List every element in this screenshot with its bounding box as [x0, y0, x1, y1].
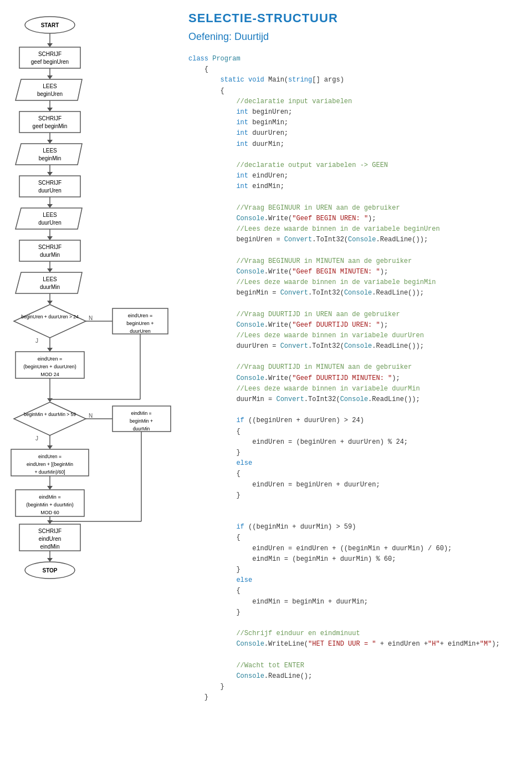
- svg-marker-8: [47, 75, 53, 79]
- svg-text:SCHRIJF: SCHRIJF: [38, 180, 62, 186]
- svg-rect-34: [19, 240, 80, 261]
- svg-text:START: START: [41, 22, 59, 28]
- svg-text:eindUren + [(beginMin: eindUren + [(beginMin: [27, 461, 73, 467]
- svg-marker-44: [14, 305, 86, 338]
- svg-marker-71: [47, 445, 53, 449]
- svg-text:beginUren: beginUren: [37, 91, 63, 97]
- svg-text:MOD 24: MOD 24: [40, 372, 59, 377]
- svg-text:eindUren =: eindUren =: [128, 313, 152, 318]
- svg-text:duurMin: duurMin: [133, 426, 150, 432]
- svg-text:geef beginMin: geef beginMin: [33, 123, 68, 129]
- svg-text:beginMin +: beginMin +: [130, 418, 153, 424]
- svg-marker-95: [47, 558, 53, 562]
- svg-marker-64: [14, 402, 86, 435]
- svg-text:SCHRIJF: SCHRIJF: [38, 115, 62, 121]
- page-title: SELECTIE-STRUCTUUR: [188, 11, 521, 26]
- svg-marker-33: [47, 236, 53, 240]
- svg-text:LEES: LEES: [43, 83, 57, 89]
- svg-marker-3: [47, 43, 53, 47]
- svg-text:SCHRIJF: SCHRIJF: [38, 244, 62, 250]
- svg-text:beginUren +: beginUren +: [126, 321, 154, 326]
- svg-text:SCHRIJF: SCHRIJF: [38, 528, 62, 534]
- svg-marker-23: [47, 172, 53, 176]
- svg-marker-39: [16, 272, 82, 293]
- svg-marker-81: [47, 486, 53, 490]
- svg-marker-9: [16, 79, 82, 100]
- svg-text:duurMin: duurMin: [40, 284, 60, 290]
- svg-text:STOP: STOP: [42, 567, 57, 574]
- svg-text:eindMin: eindMin: [40, 544, 59, 550]
- svg-rect-4: [19, 47, 80, 68]
- svg-marker-13: [47, 108, 53, 111]
- flowchart-svg: START SCHRIJF geef beginUren LEES beginU…: [6, 11, 172, 754]
- svg-text:geef beginUren: geef beginUren: [31, 59, 69, 65]
- svg-text:N: N: [89, 413, 93, 419]
- svg-marker-51: [47, 348, 53, 352]
- svg-text:LEES: LEES: [43, 276, 57, 282]
- svg-text:eindUren =: eindUren =: [38, 454, 62, 459]
- svg-text:(beginMin + duurMin): (beginMin + duurMin): [26, 502, 73, 508]
- svg-text:duurUren: duurUren: [38, 220, 62, 226]
- svg-text:SCHRIJF: SCHRIJF: [38, 51, 62, 57]
- svg-text:eindMin =: eindMin =: [131, 410, 151, 416]
- svg-text:J: J: [35, 435, 38, 442]
- svg-marker-63: [47, 398, 53, 402]
- page-subtitle: Oefening: Duurtijd: [188, 31, 521, 43]
- svg-marker-18: [47, 140, 53, 144]
- svg-text:LEES: LEES: [43, 212, 57, 218]
- svg-text:LEES: LEES: [43, 148, 57, 154]
- code-block: class Program { static void Main(string[…: [188, 54, 521, 703]
- svg-marker-43: [47, 301, 53, 305]
- svg-marker-19: [16, 144, 82, 165]
- svg-text:eindUren: eindUren: [39, 536, 62, 542]
- code-panel: SELECTIE-STRUCTUUR Oefening: Duurtijd cl…: [177, 0, 532, 771]
- svg-text:duurUren: duurUren: [38, 187, 62, 194]
- svg-rect-24: [19, 176, 80, 197]
- svg-text:duurMin: duurMin: [40, 252, 60, 258]
- svg-text:eindUren =: eindUren =: [38, 356, 62, 362]
- svg-text:eindMin =: eindMin =: [39, 494, 60, 500]
- svg-text:beginMin: beginMin: [39, 155, 62, 161]
- svg-text:J: J: [35, 338, 38, 344]
- svg-marker-29: [16, 208, 82, 229]
- svg-marker-28: [47, 204, 53, 208]
- svg-text:+ duurMin)/60]: + duurMin)/60]: [34, 469, 65, 475]
- svg-text:beginUren + duurUren > 24: beginUren + duurUren > 24: [21, 314, 79, 319]
- svg-text:(beginUren + duurUren): (beginUren + duurUren): [23, 364, 76, 369]
- svg-text:N: N: [89, 315, 93, 321]
- flowchart-panel: START SCHRIJF geef beginUren LEES beginU…: [0, 0, 177, 771]
- svg-text:MOD 60: MOD 60: [40, 510, 59, 515]
- svg-text:duurUren: duurUren: [130, 328, 151, 334]
- svg-rect-14: [19, 111, 80, 133]
- svg-marker-89: [47, 520, 53, 524]
- svg-text:beginMin + duurMin > 59: beginMin + duurMin > 59: [24, 412, 76, 417]
- svg-marker-38: [47, 268, 53, 272]
